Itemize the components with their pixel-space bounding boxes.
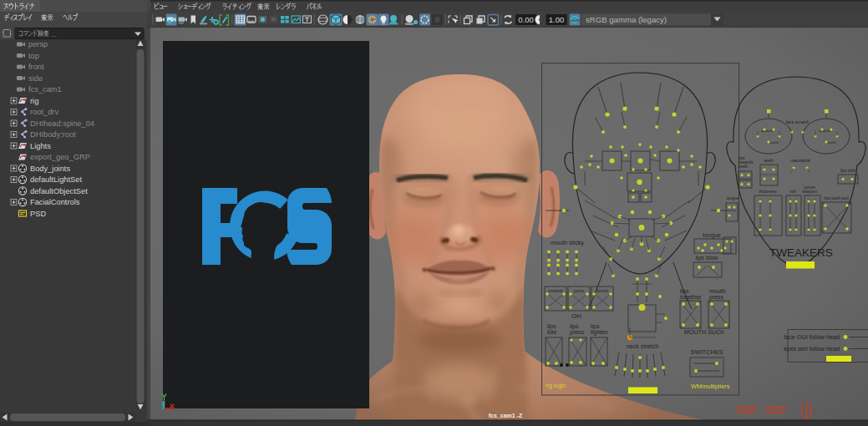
svg-text:1.00: 1.00	[549, 15, 565, 24]
svg-text:nasolabial: nasolabial	[790, 158, 810, 163]
svg-text:sRGB gamma (legacy): sRGB gamma (legacy)	[586, 15, 667, 24]
svg-text:press: press	[709, 294, 724, 301]
svg-text:eyelid: eyelid	[769, 140, 778, 145]
svg-text:persp: persp	[28, 40, 48, 48]
svg-text:lips blow: lips blow	[696, 255, 719, 261]
svg-text:top: top	[28, 52, 39, 60]
svg-text:mouth sticky: mouth sticky	[551, 239, 584, 246]
svg-text:Body_joints: Body_joints	[30, 165, 70, 173]
svg-text:fcs_cam1: fcs_cam1	[28, 85, 62, 94]
svg-text:mouth: mouth	[709, 288, 726, 294]
svg-text:FacialControls: FacialControls	[30, 198, 80, 206]
svg-text:eyelid: eyelid	[827, 140, 835, 145]
svg-text:root_drv: root_drv	[30, 108, 58, 116]
svg-text:bite: bite	[547, 329, 556, 335]
svg-text:sharpen: sharpen	[802, 189, 817, 194]
svg-text:lips shift: lips shift	[840, 168, 856, 173]
svg-text:neck stretch: neck stretch	[627, 342, 659, 350]
svg-text:press: press	[570, 329, 585, 336]
svg-text:tongue: tongue	[727, 196, 739, 200]
svg-text:front: front	[28, 63, 44, 71]
svg-text:export_geo_GRP: export_geo_GRP	[30, 153, 90, 161]
svg-text:defaultLightSet: defaultLightSet	[30, 175, 82, 184]
svg-text:eyelash: eyelash	[819, 129, 830, 133]
svg-text:WMmultipliers: WMmultipliers	[691, 383, 730, 390]
svg-text:face GUI follow head: face GUI follow head	[784, 333, 840, 341]
svg-text:teeth: teeth	[764, 158, 774, 163]
svg-text:eyelash: eyelash	[761, 129, 773, 133]
svg-text:DHIbody:root: DHIbody:root	[30, 130, 76, 139]
svg-text:lips push-pull: lips push-pull	[824, 195, 848, 200]
svg-text:face scratch: face scratch	[786, 119, 810, 124]
svg-text:teeth: teeth	[739, 164, 748, 169]
svg-text:MOUTH SUCK: MOUTH SUCK	[684, 328, 725, 336]
svg-text:TWEAKERS: TWEAKERS	[769, 246, 833, 259]
svg-text:purse: purse	[574, 288, 585, 293]
svg-text:fcs_cam1 -Z: fcs_cam1 -Z	[489, 413, 523, 418]
svg-text:tongue: tongue	[703, 232, 721, 239]
svg-text:roll: roll	[790, 189, 796, 194]
svg-text:side: side	[28, 74, 43, 83]
svg-text:Lights: Lights	[30, 142, 51, 150]
svg-text:towards: towards	[548, 288, 563, 293]
svg-text:rig logic: rig logic	[546, 383, 566, 389]
svg-text:rig: rig	[30, 97, 38, 105]
svg-text:together: together	[680, 294, 702, 301]
svg-text:defaultObjectSet: defaultObjectSet	[30, 187, 88, 195]
svg-text:thickness: thickness	[759, 189, 777, 194]
svg-text:0.00: 0.00	[518, 15, 534, 24]
svg-text:sRGB: sRGB	[570, 18, 579, 23]
svg-text:tighten: tighten	[591, 329, 608, 336]
svg-text:DHIhead:spine_04: DHIhead:spine_04	[30, 119, 94, 128]
svg-text:OH: OH	[571, 312, 581, 320]
svg-text:...: ...	[51, 31, 57, 38]
svg-text:eyes aim follow head: eyes aim follow head	[784, 345, 840, 352]
svg-text:PSD: PSD	[30, 210, 46, 218]
svg-text:funnel: funnel	[596, 288, 608, 293]
svg-text:SWITCHES: SWITCHES	[690, 348, 723, 356]
